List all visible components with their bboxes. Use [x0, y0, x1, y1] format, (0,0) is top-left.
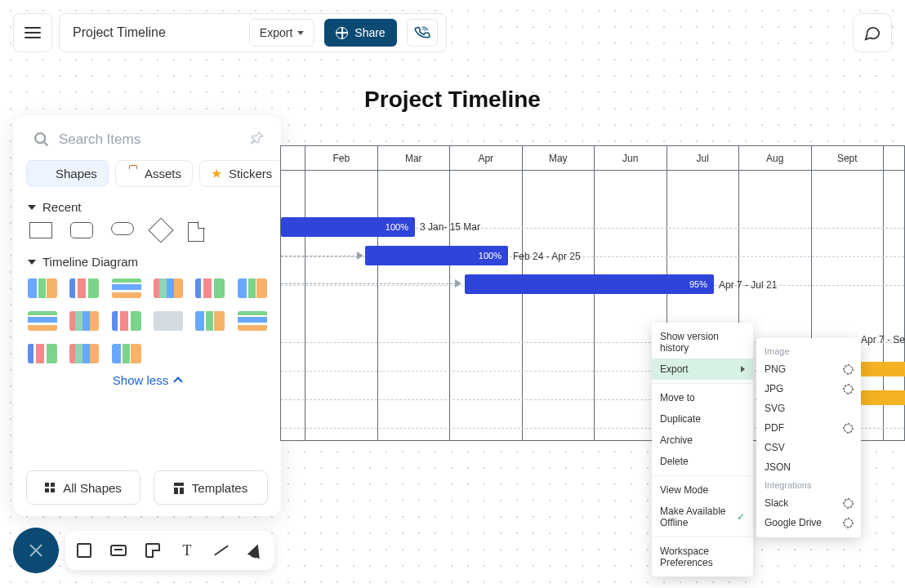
tab-shapes[interactable]: Shapes: [26, 160, 109, 187]
share-button[interactable]: Share: [324, 19, 396, 47]
tool-highlighter[interactable]: [247, 541, 265, 559]
export-label: Export: [260, 26, 292, 39]
timeline-thumb[interactable]: [28, 311, 57, 331]
shape-pill[interactable]: [111, 222, 134, 235]
svg-point-0: [35, 133, 45, 143]
bar-label: Feb 24 - Apr 25: [513, 251, 581, 262]
timeline-thumb[interactable]: [69, 311, 99, 331]
timeline-thumb[interactable]: [195, 278, 225, 298]
gantt-header: Feb Mar Apr May Jun Jul Aug Sept: [281, 146, 904, 171]
gear-icon[interactable]: [844, 499, 853, 508]
call-button[interactable]: [407, 19, 438, 47]
tab-stickers-label: Stickers: [229, 167, 272, 180]
gantt-bar[interactable]: [861, 362, 905, 376]
timeline-thumb[interactable]: [69, 278, 99, 298]
timeline-thumb[interactable]: [69, 344, 99, 363]
gear-icon[interactable]: [844, 365, 853, 374]
bar-pct: 100%: [479, 251, 502, 261]
gantt-bar[interactable]: 95%: [465, 274, 714, 294]
tool-sticky-note[interactable]: [144, 541, 162, 559]
ctx-duplicate[interactable]: Duplicate: [652, 408, 753, 430]
export-json[interactable]: JSON: [756, 457, 861, 477]
tab-shapes-label: Shapes: [56, 167, 97, 180]
bar-label: Apr 7 - Jul 21: [719, 279, 777, 291]
timeline-label: Timeline Diagram: [42, 255, 138, 269]
timeline-thumb[interactable]: [112, 311, 141, 331]
gear-icon[interactable]: [844, 385, 853, 394]
ctx-delete[interactable]: Delete: [652, 451, 753, 472]
timeline-thumb[interactable]: [195, 311, 225, 331]
shape-page[interactable]: [188, 222, 204, 242]
export-jpg[interactable]: JPG: [756, 379, 861, 399]
pin-icon[interactable]: [250, 131, 265, 149]
timeline-thumbs: [26, 275, 268, 367]
month-col: May: [523, 146, 595, 170]
timeline-thumb[interactable]: [28, 278, 57, 298]
close-fab[interactable]: [13, 528, 59, 573]
month-col: Mar: [378, 146, 451, 170]
timeline-header[interactable]: Timeline Diagram: [28, 255, 268, 269]
shape-diamond[interactable]: [148, 217, 173, 243]
shape-rect[interactable]: [29, 222, 52, 238]
tab-stickers[interactable]: ★ Stickers: [199, 160, 281, 187]
ctx-archive[interactable]: Archive: [652, 430, 753, 451]
ctx-export[interactable]: Export: [652, 359, 753, 380]
ctx-view-mode[interactable]: View Mode: [652, 479, 753, 501]
export-svg[interactable]: SVG: [756, 399, 861, 418]
tab-assets[interactable]: Assets: [115, 160, 193, 187]
comment-icon: [863, 24, 881, 42]
tool-line[interactable]: [212, 541, 230, 559]
hamburger-icon: [25, 27, 41, 38]
export-csv[interactable]: CSV: [756, 438, 861, 457]
submenu-arrow-icon: [741, 366, 745, 372]
ctx-workspace-prefs[interactable]: Workspace Preferences: [652, 541, 753, 573]
export-gdrive[interactable]: Google Drive: [756, 513, 861, 532]
month-col: [884, 146, 904, 170]
export-png[interactable]: PNG: [756, 359, 861, 379]
tool-rectangle[interactable]: [75, 541, 93, 559]
gantt-bar[interactable]: 100%: [365, 246, 508, 265]
grid-icon: [45, 483, 55, 492]
panel-tabs: Shapes Assets ★ Stickers: [26, 160, 268, 187]
sub-header-image: Image: [756, 343, 861, 359]
canvas-title[interactable]: Project Timeline: [0, 87, 905, 113]
export-slack[interactable]: Slack: [756, 493, 861, 513]
timeline-thumb[interactable]: [238, 311, 267, 331]
month-col: Jun: [595, 146, 667, 170]
recent-header[interactable]: Recent: [28, 200, 268, 214]
panel-search-row: [26, 126, 268, 160]
export-submenu: Image PNG JPG SVG PDF CSV JSON Integrati…: [756, 338, 861, 537]
tool-card[interactable]: [109, 541, 127, 559]
gear-icon[interactable]: [844, 519, 853, 528]
bar-label: 3 Jan- 15 Mar: [420, 221, 480, 233]
gantt-bar[interactable]: [861, 390, 905, 405]
tool-text[interactable]: T: [178, 541, 196, 559]
ctx-offline[interactable]: Make Available Offline ✓: [652, 501, 753, 533]
timeline-thumb[interactable]: [238, 278, 267, 298]
show-less-button[interactable]: Show less: [26, 373, 268, 387]
timeline-thumb[interactable]: [154, 278, 183, 298]
ctx-move-to[interactable]: Move to: [652, 387, 753, 408]
gantt-bar[interactable]: 100%: [281, 217, 415, 237]
export-button[interactable]: Export: [249, 19, 314, 47]
menu-button[interactable]: [13, 13, 52, 52]
timeline-thumb[interactable]: [112, 278, 141, 298]
ctx-version-history[interactable]: Show version history: [652, 326, 753, 359]
doc-title[interactable]: Project Timeline: [73, 25, 166, 40]
comment-button[interactable]: [853, 13, 892, 52]
search-icon: [33, 131, 51, 149]
bar-pct: 100%: [386, 222, 408, 232]
shapes-panel: Shapes Assets ★ Stickers Recent Timeline…: [13, 116, 281, 516]
timeline-thumb[interactable]: [28, 344, 57, 363]
all-shapes-button[interactable]: All Shapes: [26, 470, 140, 505]
templates-button[interactable]: Templates: [154, 470, 268, 505]
shape-rounded[interactable]: [70, 222, 93, 238]
month-col: Apr: [450, 146, 523, 170]
timeline-thumb[interactable]: [154, 311, 183, 331]
timeline-thumb[interactable]: [112, 344, 141, 363]
phone-icon: [413, 24, 431, 42]
gear-icon[interactable]: [844, 424, 853, 433]
templates-label: Templates: [192, 481, 247, 495]
search-input[interactable]: [59, 131, 242, 148]
export-pdf[interactable]: PDF: [756, 418, 861, 438]
